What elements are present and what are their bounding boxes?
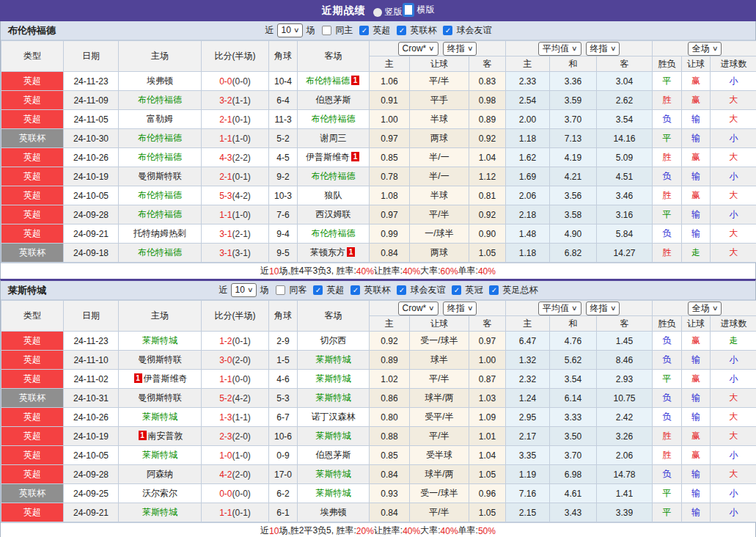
column-header: 日期 xyxy=(64,301,119,332)
halftime-score: (2-0) xyxy=(232,355,251,365)
chevron-down-icon: ∨ xyxy=(428,303,435,314)
fulltime-score: 1-1 xyxy=(219,508,232,518)
result-outcome-cell: 平 xyxy=(653,503,682,522)
result-goals-cell: 大 xyxy=(711,110,756,129)
handicap-away-odds-cell: 0.90 xyxy=(469,224,506,244)
odds-source-select[interactable]: 终指∨ xyxy=(586,42,620,56)
summary-text-part: 40% xyxy=(403,266,420,277)
corners-cell: 9-5 xyxy=(269,244,298,263)
odds-source-select-value: 全场 xyxy=(692,303,710,314)
same-venue-checkbox[interactable] xyxy=(276,285,285,295)
halftime-score: (2-0) xyxy=(232,431,251,442)
league-filter-checkbox[interactable]: ✓ xyxy=(313,285,323,295)
chevron-down-icon: ∨ xyxy=(467,43,474,54)
result-goals-cell: 小 xyxy=(711,167,756,186)
away-team-name: 莱斯特城 xyxy=(316,373,351,384)
odds-source-select[interactable]: Crow*∨ xyxy=(398,302,438,315)
score-cell: 5-2(4-2) xyxy=(202,389,269,408)
league-filter-checkbox[interactable]: ✓ xyxy=(489,285,499,295)
home-team-cell: 布伦特福德 xyxy=(119,205,202,224)
avg-draw-odds-cell: 3.58 xyxy=(550,205,597,224)
odds-source-select[interactable]: 终指∨ xyxy=(443,42,477,56)
handicap-line-cell: 球半 xyxy=(410,351,469,370)
date-cell: 24-11-09 xyxy=(64,91,119,110)
handicap-away-odds-cell: 0.89 xyxy=(469,110,506,129)
score-cell: 1-1(0-1) xyxy=(202,503,269,522)
league-filter-checkbox[interactable]: ✓ xyxy=(397,285,406,295)
handicap-away-odds-cell: 0.87 xyxy=(469,370,506,389)
result-outcome-cell: 负 xyxy=(653,332,682,351)
match-type-cell: 英超 xyxy=(1,465,64,484)
home-team-name: 莱斯特城 xyxy=(142,507,177,517)
handicap-away-odds-cell: 1.04 xyxy=(469,148,506,167)
recent-count-select[interactable]: 10∨ xyxy=(277,23,304,37)
odds-group-header: Crow*∨终指∨ xyxy=(370,301,506,316)
results-table: 类型日期主场比分(半场)角球客场Crow*∨终指∨平均值∨终指∨全场∨主让球客主… xyxy=(1,300,756,522)
result-goals-cell: 小 xyxy=(711,129,756,148)
league-filter-checkbox[interactable]: ✓ xyxy=(359,26,369,35)
layout-radio-option[interactable]: 横版 xyxy=(403,3,435,17)
same-venue-checkbox[interactable] xyxy=(322,26,331,35)
fulltime-score: 1-1 xyxy=(219,210,232,220)
odds-source-select[interactable]: 平均值∨ xyxy=(538,42,581,56)
odds-source-select[interactable]: 全场∨ xyxy=(688,42,722,56)
avg-away-odds-cell: 3.26 xyxy=(597,427,653,446)
result-outcome-cell: 负 xyxy=(653,110,682,129)
avg-away-odds-cell: 2.42 xyxy=(597,408,653,427)
handicap-home-odds-cell: 1.00 xyxy=(370,110,410,129)
handicap-home-odds-cell: 0.84 xyxy=(370,503,410,522)
date-cell: 24-10-26 xyxy=(64,408,119,427)
column-header: 角球 xyxy=(269,41,298,72)
sub-column-header: 客 xyxy=(597,316,653,332)
column-header: 主场 xyxy=(119,301,202,332)
avg-away-odds-cell: 14.27 xyxy=(597,244,653,263)
result-outcome-cell: 负 xyxy=(653,465,682,484)
radio-icon[interactable] xyxy=(373,8,382,17)
handicap-away-odds-cell: 1.00 xyxy=(469,351,506,370)
home-team-name: 富勒姆 xyxy=(147,114,173,124)
handicap-away-odds-cell: 0.92 xyxy=(469,205,506,224)
odds-source-select[interactable]: 终指∨ xyxy=(443,302,477,315)
result-goals-cell: 大 xyxy=(711,389,756,408)
halftime-score: (1-0) xyxy=(232,450,251,461)
odds-source-select[interactable]: 平均值∨ xyxy=(538,302,581,315)
away-team-name: 莱顿东方 xyxy=(310,247,345,257)
league-filter-checkbox[interactable]: ✓ xyxy=(443,26,452,35)
league-filter-checkbox[interactable]: ✓ xyxy=(397,26,406,35)
radio-icon[interactable] xyxy=(403,3,414,17)
handicap-home-odds-cell: 0.84 xyxy=(370,244,410,263)
odds-source-select[interactable]: Crow*∨ xyxy=(398,42,438,56)
league-filter-checkbox[interactable]: ✓ xyxy=(452,285,461,295)
home-team-cell: 布伦特福德 xyxy=(119,244,202,263)
section-summary: 近10场,胜4平3负3, 胜率:40% 让胜率:40% 大率:60% 单率:40… xyxy=(1,263,755,279)
summary-text-part: 场,胜2平3负5, 胜率: xyxy=(279,525,356,537)
score-cell: 1-3(1-1) xyxy=(202,408,269,427)
handicap-home-odds-cell: 0.78 xyxy=(370,167,410,186)
corners-cell: 6-1 xyxy=(269,503,298,522)
chevron-down-icon: ∨ xyxy=(571,303,578,314)
corners-cell: 11-3 xyxy=(269,110,298,129)
halftime-score: (0-1) xyxy=(232,114,251,125)
sub-column-header: 客 xyxy=(469,56,506,72)
layout-radio-option[interactable]: 竖版 xyxy=(373,6,403,18)
date-cell: 24-11-23 xyxy=(64,72,119,91)
odds-source-select[interactable]: 终指∨ xyxy=(586,302,620,315)
handicap-away-odds-cell: 0.97 xyxy=(469,332,506,351)
match-type-cell: 英超 xyxy=(1,427,64,446)
league-filter-label: 英超 xyxy=(373,24,390,37)
league-filter-checkbox[interactable]: ✓ xyxy=(351,285,360,295)
sub-column-header: 主 xyxy=(506,316,550,332)
handicap-line-cell: 受半球 xyxy=(410,446,469,465)
home-team-cell: 莱斯特城 xyxy=(119,332,202,351)
table-row: 英超24-10-26布伦特福德4-3(2-2)4-5伊普斯维奇10.85半/一1… xyxy=(1,148,756,167)
match-type-cell: 英超 xyxy=(1,446,64,465)
recent-count-select[interactable]: 10∨ xyxy=(231,283,257,297)
recent-prefix-label: 近 xyxy=(219,284,228,296)
table-row: 英超24-10-05莱斯特城1-0(1-0)0-9伯恩茅斯0.85受半球1.04… xyxy=(1,446,756,465)
corners-cell: 10-6 xyxy=(269,427,298,446)
result-handicap-cell: 输 xyxy=(682,408,711,427)
odds-source-select[interactable]: 全场∨ xyxy=(688,302,722,315)
result-handicap-cell: 赢 xyxy=(682,148,711,167)
result-handicap-cell: 输 xyxy=(682,351,711,370)
table-row: 英超24-09-28布伦特福德1-1(1-0)7-6西汉姆联0.97平/半0.9… xyxy=(1,205,756,224)
